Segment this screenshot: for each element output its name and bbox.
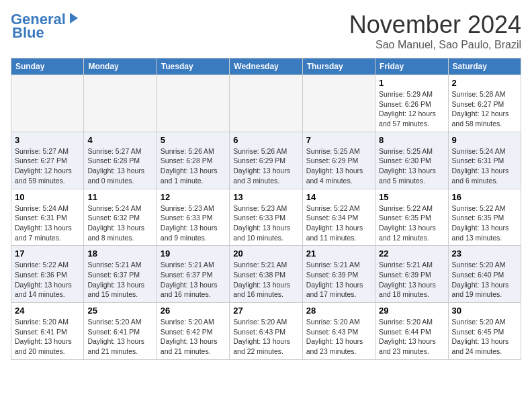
logo: General Blue bbox=[11, 11, 81, 42]
day-number: 3 bbox=[15, 135, 80, 145]
calendar-cell-1: 1Sunrise: 5:29 AMSunset: 6:26 PMDaylight… bbox=[375, 75, 448, 132]
col-header-sunday: Sunday bbox=[11, 58, 84, 75]
calendar-cell-9: 9Sunrise: 5:24 AMSunset: 6:31 PMDaylight… bbox=[448, 132, 521, 189]
day-info: Sunrise: 5:29 AMSunset: 6:26 PMDaylight:… bbox=[379, 89, 444, 129]
day-number: 7 bbox=[306, 135, 371, 145]
location: Sao Manuel, Sao Paulo, Brazil bbox=[349, 39, 521, 51]
day-info: Sunrise: 5:20 AMSunset: 6:44 PMDaylight:… bbox=[379, 317, 444, 357]
day-number: 18 bbox=[87, 248, 152, 259]
calendar-cell-28: 28Sunrise: 5:20 AMSunset: 6:43 PMDayligh… bbox=[302, 303, 375, 360]
day-info: Sunrise: 5:23 AMSunset: 6:33 PMDaylight:… bbox=[161, 203, 226, 243]
day-info: Sunrise: 5:27 AMSunset: 6:27 PMDaylight:… bbox=[15, 146, 80, 186]
day-number: 12 bbox=[161, 192, 226, 202]
day-number: 25 bbox=[87, 306, 152, 316]
day-number: 24 bbox=[15, 306, 80, 316]
col-header-thursday: Thursday bbox=[302, 58, 375, 75]
day-number: 13 bbox=[233, 192, 298, 202]
col-header-saturday: Saturday bbox=[448, 58, 521, 75]
day-info: Sunrise: 5:21 AMSunset: 6:39 PMDaylight:… bbox=[306, 260, 371, 300]
svg-marker-0 bbox=[70, 13, 78, 24]
day-number: 6 bbox=[233, 135, 298, 145]
day-info: Sunrise: 5:27 AMSunset: 6:28 PMDaylight:… bbox=[87, 146, 152, 186]
day-number: 16 bbox=[452, 192, 517, 202]
day-number: 26 bbox=[161, 306, 226, 316]
day-info: Sunrise: 5:23 AMSunset: 6:33 PMDaylight:… bbox=[233, 203, 298, 243]
day-number: 1 bbox=[379, 78, 444, 88]
day-info: Sunrise: 5:20 AMSunset: 6:41 PMDaylight:… bbox=[87, 317, 152, 357]
calendar-cell-24: 24Sunrise: 5:20 AMSunset: 6:41 PMDayligh… bbox=[11, 303, 84, 360]
calendar-cell-17: 17Sunrise: 5:22 AMSunset: 6:36 PMDayligh… bbox=[11, 246, 84, 303]
day-info: Sunrise: 5:21 AMSunset: 6:37 PMDaylight:… bbox=[161, 260, 226, 300]
calendar-cell-15: 15Sunrise: 5:22 AMSunset: 6:35 PMDayligh… bbox=[375, 189, 448, 246]
day-info: Sunrise: 5:24 AMSunset: 6:31 PMDaylight:… bbox=[15, 203, 80, 243]
week-row-2: 3Sunrise: 5:27 AMSunset: 6:27 PMDaylight… bbox=[11, 132, 521, 189]
calendar-cell-12: 12Sunrise: 5:23 AMSunset: 6:33 PMDayligh… bbox=[157, 189, 229, 246]
calendar-cell-27: 27Sunrise: 5:20 AMSunset: 6:43 PMDayligh… bbox=[230, 303, 302, 360]
calendar-cell-2: 2Sunrise: 5:28 AMSunset: 6:27 PMDaylight… bbox=[448, 75, 521, 132]
week-row-3: 10Sunrise: 5:24 AMSunset: 6:31 PMDayligh… bbox=[11, 189, 521, 246]
day-info: Sunrise: 5:25 AMSunset: 6:30 PMDaylight:… bbox=[379, 146, 444, 186]
calendar-cell-empty bbox=[11, 75, 84, 132]
day-info: Sunrise: 5:24 AMSunset: 6:31 PMDaylight:… bbox=[452, 146, 517, 186]
day-number: 14 bbox=[306, 192, 371, 202]
title-block: November 2024 Sao Manuel, Sao Paulo, Bra… bbox=[349, 11, 521, 51]
day-info: Sunrise: 5:20 AMSunset: 6:40 PMDaylight:… bbox=[452, 260, 517, 300]
day-number: 27 bbox=[233, 306, 298, 316]
day-number: 20 bbox=[233, 248, 298, 259]
day-number: 19 bbox=[161, 248, 226, 259]
calendar-cell-11: 11Sunrise: 5:24 AMSunset: 6:32 PMDayligh… bbox=[84, 189, 157, 246]
col-header-friday: Friday bbox=[375, 58, 448, 75]
calendar-cell-3: 3Sunrise: 5:27 AMSunset: 6:27 PMDaylight… bbox=[11, 132, 84, 189]
day-number: 23 bbox=[452, 248, 517, 259]
day-number: 5 bbox=[161, 135, 226, 145]
calendar-cell-30: 30Sunrise: 5:20 AMSunset: 6:45 PMDayligh… bbox=[448, 303, 521, 360]
calendar-cell-22: 22Sunrise: 5:21 AMSunset: 6:39 PMDayligh… bbox=[375, 246, 448, 303]
day-info: Sunrise: 5:20 AMSunset: 6:45 PMDaylight:… bbox=[452, 317, 517, 357]
day-number: 8 bbox=[379, 135, 444, 145]
week-row-1: 1Sunrise: 5:29 AMSunset: 6:26 PMDaylight… bbox=[11, 75, 521, 132]
week-row-4: 17Sunrise: 5:22 AMSunset: 6:36 PMDayligh… bbox=[11, 246, 521, 303]
day-number: 4 bbox=[87, 135, 152, 145]
day-info: Sunrise: 5:21 AMSunset: 6:37 PMDaylight:… bbox=[87, 260, 152, 300]
day-number: 30 bbox=[452, 306, 517, 316]
day-info: Sunrise: 5:25 AMSunset: 6:29 PMDaylight:… bbox=[306, 146, 371, 186]
calendar-cell-19: 19Sunrise: 5:21 AMSunset: 6:37 PMDayligh… bbox=[157, 246, 229, 303]
day-number: 29 bbox=[379, 306, 444, 316]
calendar-cell-13: 13Sunrise: 5:23 AMSunset: 6:33 PMDayligh… bbox=[230, 189, 302, 246]
day-info: Sunrise: 5:22 AMSunset: 6:35 PMDaylight:… bbox=[452, 203, 517, 243]
calendar-cell-18: 18Sunrise: 5:21 AMSunset: 6:37 PMDayligh… bbox=[84, 246, 157, 303]
day-info: Sunrise: 5:21 AMSunset: 6:39 PMDaylight:… bbox=[379, 260, 444, 300]
col-header-monday: Monday bbox=[84, 58, 157, 75]
week-row-5: 24Sunrise: 5:20 AMSunset: 6:41 PMDayligh… bbox=[11, 303, 521, 360]
day-info: Sunrise: 5:22 AMSunset: 6:35 PMDaylight:… bbox=[379, 203, 444, 243]
day-number: 2 bbox=[452, 78, 517, 88]
col-header-tuesday: Tuesday bbox=[157, 58, 229, 75]
calendar-cell-23: 23Sunrise: 5:20 AMSunset: 6:40 PMDayligh… bbox=[448, 246, 521, 303]
day-info: Sunrise: 5:20 AMSunset: 6:43 PMDaylight:… bbox=[233, 317, 298, 357]
calendar-cell-10: 10Sunrise: 5:24 AMSunset: 6:31 PMDayligh… bbox=[11, 189, 84, 246]
calendar-cell-empty bbox=[302, 75, 375, 132]
calendar-cell-25: 25Sunrise: 5:20 AMSunset: 6:41 PMDayligh… bbox=[84, 303, 157, 360]
calendar-cell-16: 16Sunrise: 5:22 AMSunset: 6:35 PMDayligh… bbox=[448, 189, 521, 246]
day-info: Sunrise: 5:20 AMSunset: 6:42 PMDaylight:… bbox=[161, 317, 226, 357]
day-info: Sunrise: 5:24 AMSunset: 6:32 PMDaylight:… bbox=[87, 203, 152, 243]
day-number: 9 bbox=[452, 135, 517, 145]
calendar-cell-6: 6Sunrise: 5:26 AMSunset: 6:29 PMDaylight… bbox=[230, 132, 302, 189]
day-info: Sunrise: 5:20 AMSunset: 6:43 PMDaylight:… bbox=[306, 317, 371, 357]
day-number: 28 bbox=[306, 306, 371, 316]
day-info: Sunrise: 5:21 AMSunset: 6:38 PMDaylight:… bbox=[233, 260, 298, 300]
calendar-cell-empty bbox=[84, 75, 157, 132]
day-number: 17 bbox=[15, 248, 80, 259]
calendar-cell-5: 5Sunrise: 5:26 AMSunset: 6:28 PMDaylight… bbox=[157, 132, 229, 189]
calendar-cell-26: 26Sunrise: 5:20 AMSunset: 6:42 PMDayligh… bbox=[157, 303, 229, 360]
logo-blue: Blue bbox=[11, 24, 44, 42]
calendar-cell-21: 21Sunrise: 5:21 AMSunset: 6:39 PMDayligh… bbox=[302, 246, 375, 303]
day-number: 10 bbox=[15, 192, 80, 202]
day-info: Sunrise: 5:22 AMSunset: 6:36 PMDaylight:… bbox=[15, 260, 80, 300]
day-info: Sunrise: 5:20 AMSunset: 6:41 PMDaylight:… bbox=[15, 317, 80, 357]
day-number: 22 bbox=[379, 248, 444, 259]
col-header-wednesday: Wednesday bbox=[230, 58, 302, 75]
calendar-cell-empty bbox=[230, 75, 302, 132]
calendar-cell-8: 8Sunrise: 5:25 AMSunset: 6:30 PMDaylight… bbox=[375, 132, 448, 189]
calendar-header-row: SundayMondayTuesdayWednesdayThursdayFrid… bbox=[11, 58, 521, 75]
